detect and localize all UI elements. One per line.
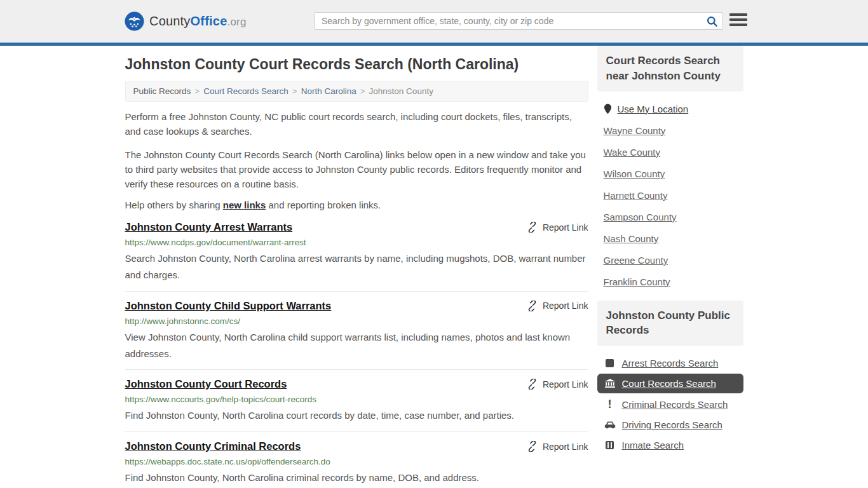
- exclamation-icon: !: [604, 398, 616, 410]
- menu-icon[interactable]: [729, 13, 747, 29]
- car-icon: [604, 421, 616, 430]
- courthouse-icon: [604, 379, 616, 388]
- sidebar-item-criminal-records-search[interactable]: !Criminal Records Search: [597, 394, 743, 414]
- sidebar-item-label: Court Records Search: [622, 378, 716, 389]
- report-link-button[interactable]: Report Link: [527, 222, 588, 233]
- listing-description: View Johnston County, North Carolina chi…: [125, 329, 588, 362]
- listing-url[interactable]: https://www.ncdps.gov/document/warrant-a…: [125, 238, 588, 247]
- near-counties-header: Court Records Search near Johnston Count…: [597, 46, 743, 92]
- breadcrumb-item[interactable]: Court Records Search: [203, 86, 288, 96]
- breadcrumb-separator: >: [360, 86, 365, 96]
- intro-paragraph: The Johnston County Court Records Search…: [125, 147, 588, 192]
- sidebar-item-court-records-search[interactable]: Court Records Search: [597, 374, 743, 393]
- nearby-county-link[interactable]: Harnett County: [604, 190, 743, 201]
- nearby-county-link[interactable]: Wake County: [604, 147, 743, 158]
- listing-title-link[interactable]: Johnston County Child Support Warrants: [125, 300, 332, 312]
- breadcrumb-separator: >: [194, 86, 200, 96]
- sidebar-item-arrest-records-search[interactable]: Arrest Records Search: [597, 353, 743, 373]
- breadcrumb: Public Records>Court Records Search>Nort…: [125, 81, 588, 102]
- listing-title-link[interactable]: Johnston County Criminal Records: [125, 440, 301, 452]
- nearby-county-link[interactable]: Wilson County: [604, 168, 743, 179]
- breadcrumb-separator: >: [292, 86, 297, 96]
- search-icon[interactable]: [701, 13, 722, 29]
- nearby-county-link[interactable]: Nash County: [604, 233, 743, 244]
- header-search: [315, 12, 723, 30]
- listing-description: Find Johnston County, North Carolina cri…: [125, 470, 588, 486]
- listing-url[interactable]: http://www.johnstonnc.com/cs/: [125, 316, 588, 326]
- share-line: Help others by sharing new links and rep…: [125, 200, 588, 210]
- broken-link-icon: [527, 301, 538, 311]
- sidebar: Court Records Search near Johnston Count…: [597, 46, 743, 488]
- sidebar-item-driving-records-search[interactable]: Driving Records Search: [597, 415, 743, 435]
- listing-url[interactable]: https://webapps.doc.state.nc.us/opi/offe…: [125, 457, 588, 466]
- broken-link-icon: [527, 441, 538, 452]
- broken-link-icon: [527, 222, 538, 233]
- sidebar-item-label: Arrest Records Search: [622, 358, 719, 369]
- nearby-county-link[interactable]: Greene County: [604, 255, 743, 266]
- broken-link-icon: [527, 379, 538, 390]
- listing-item: Johnston County Court Records Report Lin…: [125, 370, 588, 432]
- report-link-button[interactable]: Report Link: [527, 441, 588, 452]
- public-records-header: Johnston County Public Records: [597, 301, 743, 346]
- intro-text: Perform a free Johnston County, NC publi…: [125, 109, 588, 191]
- logo-wordmark: CountyOffice.org: [149, 14, 247, 29]
- handcuffs-square-icon: [604, 359, 616, 367]
- nearby-county-link[interactable]: Franklin County: [604, 276, 743, 287]
- intro-paragraph: Perform a free Johnston County, NC publi…: [125, 109, 588, 139]
- report-link-button[interactable]: Report Link: [527, 379, 588, 390]
- public-records-list: Arrest Records SearchCourt Records Searc…: [597, 353, 743, 455]
- use-my-location-button[interactable]: Use My Location: [604, 104, 743, 114]
- sidebar-item-inmate-search[interactable]: Inmate Search: [597, 435, 743, 455]
- listing-description: Search Johnston County, North Carolina a…: [125, 250, 588, 283]
- inmate-bars-icon: [604, 441, 616, 449]
- listing-url[interactable]: https://www.nccourts.gov/help-topics/cou…: [125, 395, 588, 404]
- listing-item: Johnston County Arrest Warrants Report L…: [125, 213, 588, 292]
- nearby-county-link[interactable]: Wayne County: [604, 125, 743, 136]
- listing-title-link[interactable]: Johnston County Arrest Warrants: [125, 221, 293, 233]
- sidebar-item-label: Inmate Search: [622, 440, 684, 451]
- breadcrumb-item: Johnston County: [369, 86, 433, 96]
- page-title: Johnston County Court Records Search (No…: [125, 56, 588, 73]
- countyoffice-logo[interactable]: CountyOffice.org: [125, 11, 247, 31]
- breadcrumb-item[interactable]: North Carolina: [301, 86, 356, 96]
- search-input[interactable]: [315, 16, 701, 26]
- new-links-link[interactable]: new links: [223, 200, 266, 210]
- location-pin-icon: [604, 104, 612, 114]
- nearby-county-list: Wayne CountyWake CountyWilson CountyHarn…: [604, 125, 743, 287]
- top-header: CountyOffice.org: [0, 0, 868, 43]
- nearby-county-link[interactable]: Sampson County: [604, 212, 743, 222]
- sidebar-item-label: Criminal Records Search: [622, 399, 728, 410]
- listing-item: Johnston County Child Support Warrants R…: [125, 292, 588, 370]
- listing-item: Johnston County Criminal Records Report …: [125, 432, 588, 488]
- listings-section: Johnston County Arrest Warrants Report L…: [125, 213, 588, 488]
- breadcrumb-item[interactable]: Public Records: [133, 86, 191, 96]
- sidebar-item-label: Driving Records Search: [622, 419, 722, 430]
- eagle-logo-icon: [125, 11, 144, 31]
- report-link-button[interactable]: Report Link: [527, 301, 588, 311]
- listing-description: Find Johnston County, North Carolina cou…: [125, 407, 588, 424]
- listing-title-link[interactable]: Johnston County Court Records: [125, 378, 287, 390]
